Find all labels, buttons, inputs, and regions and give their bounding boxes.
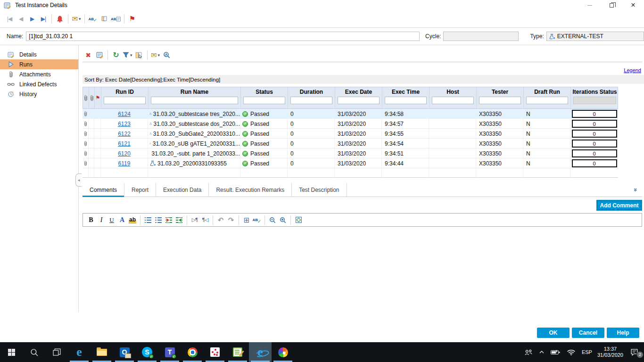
taskbar-chrome-button[interactable]: [181, 342, 204, 362]
send-run-by-email-button[interactable]: ✉ ▾: [150, 49, 161, 61]
cancel-button[interactable]: Cancel: [572, 328, 604, 338]
zoom-out-button[interactable]: [267, 215, 278, 225]
flag-for-follow-up-button[interactable]: ⚑: [127, 13, 138, 25]
font-color-button[interactable]: A: [117, 215, 127, 225]
language-indicator[interactable]: ESP: [581, 349, 593, 355]
bulleted-list-button[interactable]: [143, 215, 153, 225]
flag-column-header[interactable]: ⚑: [95, 87, 101, 108]
column-header-run-id[interactable]: Run ID: [101, 87, 149, 108]
tab-test-description[interactable]: Test Description: [292, 183, 347, 197]
sidebar-item-attachments[interactable]: Attachments: [0, 69, 79, 79]
sidebar-item-history[interactable]: History: [0, 89, 79, 99]
table-row[interactable]: 6122 31.03.20_SubGate2_202003310... Pass…: [83, 129, 618, 139]
tab-comments[interactable]: Comments: [83, 183, 124, 197]
run-id-link[interactable]: 6119: [118, 160, 131, 167]
sidebar-collapse-handle[interactable]: ◂: [75, 173, 82, 187]
fullscreen-button[interactable]: [293, 215, 304, 225]
column-header-duration[interactable]: Duration: [288, 87, 335, 108]
taskbar-palette-app-button[interactable]: [272, 342, 294, 362]
tab-execution-data[interactable]: Execution Data: [156, 183, 209, 197]
network-tray-button[interactable]: [566, 349, 577, 355]
people-button[interactable]: [523, 349, 534, 355]
run-id-link[interactable]: 6122: [118, 131, 131, 137]
check-spelling-button[interactable]: AB ✓: [87, 13, 99, 25]
task-view-button[interactable]: [45, 342, 68, 362]
taskbar-search-button[interactable]: [23, 342, 45, 362]
legend-link[interactable]: Legend: [624, 67, 641, 73]
taskbar-internet-explorer-button[interactable]: e: [249, 342, 272, 362]
table-row[interactable]: 6119 31.03.20_20200331093355 Passed 0 31…: [83, 158, 618, 168]
zoom-in-button[interactable]: [278, 215, 288, 225]
delete-run-button[interactable]: ✖: [83, 49, 94, 61]
spelling-options-button[interactable]: AB: [110, 13, 122, 25]
minimize-button[interactable]: [579, 0, 601, 10]
send-by-email-button[interactable]: ✉ ▾: [71, 13, 82, 25]
set-filter-button[interactable]: ▾: [122, 49, 133, 61]
close-button[interactable]: ×: [622, 0, 644, 10]
alert-button[interactable]: [54, 13, 66, 25]
column-header-exec-time[interactable]: Exec Time: [382, 87, 429, 108]
show-hidden-icons-button[interactable]: [538, 350, 545, 354]
editor-spellcheck-button[interactable]: AB✓: [252, 215, 262, 225]
thesaurus-button[interactable]: [99, 13, 110, 25]
last-record-button[interactable]: ▶|: [38, 13, 49, 25]
filter-exec-date-input[interactable]: [338, 97, 380, 104]
highlight-button[interactable]: ab: [127, 215, 138, 225]
filter-draft-run-input[interactable]: [526, 97, 568, 104]
column-header-tester[interactable]: Tester: [477, 87, 524, 108]
taskbar-app-red-dots-button[interactable]: [204, 342, 226, 362]
column-header-iterations-status[interactable]: Iterations Status: [571, 87, 619, 108]
add-comment-button[interactable]: Add Comment: [596, 200, 642, 211]
run-details-button[interactable]: [94, 49, 105, 61]
column-header-exec-date[interactable]: Exec Date: [335, 87, 382, 108]
previous-record-button[interactable]: ◀: [15, 13, 26, 25]
filter-status-input[interactable]: [243, 97, 285, 104]
insert-table-button[interactable]: ⊞: [241, 215, 252, 225]
taskbar-file-explorer-button[interactable]: [91, 342, 113, 362]
sidebar-item-runs[interactable]: Runs: [0, 59, 79, 69]
filter-tester-input[interactable]: [479, 97, 521, 104]
run-id-link[interactable]: 6124: [118, 111, 131, 117]
underline-button[interactable]: U: [107, 215, 117, 225]
taskbar-edge-button[interactable]: e: [68, 342, 91, 362]
taskbar-notepad-button[interactable]: [226, 342, 249, 362]
find-button[interactable]: A: [161, 49, 173, 61]
column-header-host[interactable]: Host: [429, 87, 477, 108]
taskbar-clock[interactable]: 13:37 31/03/2020: [597, 346, 623, 358]
start-button[interactable]: [0, 342, 23, 362]
table-row[interactable]: 6120 31.03.20_-subt. parte 1_2020033... …: [83, 148, 618, 158]
help-button[interactable]: Help: [607, 328, 639, 338]
redo-button[interactable]: ↷: [226, 215, 236, 225]
left-to-right-button[interactable]: ▷¶: [190, 215, 200, 225]
sidebar-item-linked-defects[interactable]: Linked Defects: [0, 79, 79, 89]
table-row[interactable]: 6124 31.03.20_subtestcase tres_2020... P…: [83, 109, 618, 119]
right-to-left-button[interactable]: ¶◁: [200, 215, 210, 225]
filter-duration-input[interactable]: [290, 97, 332, 104]
filter-run-name-input[interactable]: [151, 97, 238, 104]
column-header-run-name[interactable]: Run Name: [149, 87, 241, 108]
undo-button[interactable]: ↶: [215, 215, 226, 225]
run-id-link[interactable]: 6121: [118, 140, 131, 147]
column-header-status[interactable]: Status: [241, 87, 288, 108]
tab-result-execution-remarks[interactable]: Result. Execution Remarks: [209, 183, 292, 197]
next-record-button[interactable]: ▶: [26, 13, 38, 25]
indent-button[interactable]: [164, 215, 174, 225]
battery-tray-button[interactable]: [550, 349, 561, 355]
outdent-button[interactable]: [174, 215, 184, 225]
bold-button[interactable]: B: [86, 215, 96, 225]
numbered-list-button[interactable]: [153, 215, 164, 225]
name-input[interactable]: [26, 32, 420, 41]
column-header-draft-run[interactable]: Draft Run: [524, 87, 571, 108]
ok-button[interactable]: OK: [537, 328, 570, 338]
restore-button[interactable]: [601, 0, 622, 10]
taskbar-outlook-button[interactable]: O: [113, 342, 136, 362]
sidebar-item-details[interactable]: Details: [0, 49, 79, 59]
attachment-column-header[interactable]: [83, 87, 89, 108]
table-row[interactable]: 6123 31.03.20_subtestcase dos_2020... Pa…: [83, 119, 618, 129]
first-record-button[interactable]: |◀: [4, 13, 15, 25]
italic-button[interactable]: I: [96, 215, 107, 225]
tab-report[interactable]: Report: [124, 183, 156, 197]
filter-host-input[interactable]: [432, 97, 474, 104]
taskbar-skype-button[interactable]: S✓: [136, 342, 158, 362]
action-center-button[interactable]: 2: [629, 348, 640, 356]
